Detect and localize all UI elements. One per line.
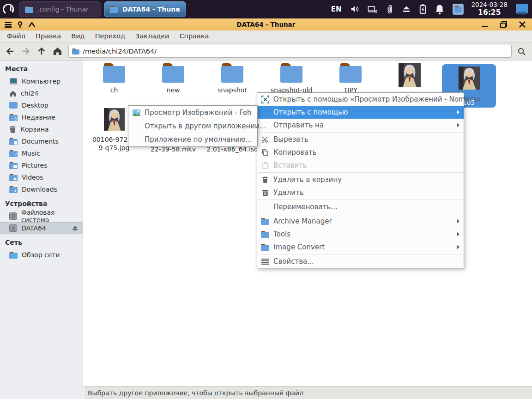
menu-item-move-to-trash[interactable]: Удалить в корзину bbox=[257, 173, 464, 186]
sidebar-item-filesystem[interactable]: Файловая система bbox=[0, 210, 83, 222]
music-folder-icon: ♪ bbox=[9, 150, 18, 157]
sidebar-item-downloads[interactable]: ↓ Downloads bbox=[0, 183, 83, 195]
file-name: snapshot bbox=[218, 86, 247, 94]
taskbar-button-data64-thunar[interactable]: DATA64 - Thunar bbox=[104, 1, 186, 17]
menu-item-cut[interactable]: Вырезать bbox=[257, 133, 464, 146]
folder-item-new[interactable]: new bbox=[145, 63, 201, 94]
window-shade-icon[interactable] bbox=[28, 20, 36, 29]
sidebar-item-pictures[interactable]: Pictures bbox=[0, 159, 83, 171]
menu-item-image-convert[interactable]: Image Convert bbox=[257, 241, 464, 254]
sidebar-item-label: chi24 bbox=[21, 90, 38, 97]
menu-item-label: Копировать bbox=[273, 148, 317, 157]
clipboard-manager-icon[interactable] bbox=[386, 4, 394, 14]
sidebar-item-label: Файловая система bbox=[21, 209, 83, 224]
keyboard-layout-indicator[interactable]: EN bbox=[331, 5, 342, 13]
submenu-item-default-application[interactable]: Приложение по умолчанию... bbox=[128, 133, 257, 146]
clock[interactable]: 2024-03-28 16:25 bbox=[472, 1, 508, 17]
menu-item-label: Открыть в другом приложении... bbox=[145, 122, 266, 130]
menu-item-archive-manager[interactable]: Archive Manager bbox=[257, 215, 464, 228]
folder-item-tipy[interactable]: TIPY bbox=[323, 63, 378, 94]
menu-item-delete[interactable]: Удалить bbox=[257, 186, 464, 199]
sidebar-item-label: Компьютер bbox=[22, 78, 60, 85]
clipboard-icon bbox=[261, 161, 269, 169]
folder-item-ch[interactable]: ch bbox=[86, 63, 142, 94]
menu-item-properties[interactable]: Свойства... bbox=[257, 255, 464, 268]
maximize-button[interactable] bbox=[499, 20, 508, 29]
workspace-pager-icon[interactable] bbox=[515, 3, 528, 15]
menu-go[interactable]: Переход bbox=[90, 30, 130, 42]
notifications-bell-icon[interactable] bbox=[435, 4, 445, 15]
menu-item-label: Открыть с помощью «Просмотр Изображений … bbox=[273, 95, 481, 103]
clock-time: 16:25 bbox=[472, 9, 508, 17]
home-button[interactable] bbox=[51, 45, 64, 58]
menu-item-label: Вырезать bbox=[273, 135, 308, 144]
sidebar-item-network-browse[interactable]: Обзор сети bbox=[0, 249, 83, 261]
search-icon[interactable] bbox=[514, 45, 528, 58]
menu-item-open-with-nomacs[interactable]: Открыть с помощью «Просмотр Изображений … bbox=[257, 93, 464, 106]
close-button[interactable] bbox=[518, 20, 526, 29]
network-folder-icon bbox=[9, 252, 18, 259]
menu-item-label: Удалить bbox=[273, 188, 304, 197]
delete-trash-x-icon bbox=[261, 188, 269, 197]
menu-item-open-with[interactable]: Открыть с помощью bbox=[257, 106, 464, 119]
sidebar-item-computer[interactable]: Компьютер bbox=[0, 75, 83, 87]
menu-item-label: Переименовать... bbox=[273, 203, 337, 211]
menu-item-tools[interactable]: Tools bbox=[257, 228, 464, 241]
folder-icon bbox=[25, 6, 33, 13]
sidebar-item-music[interactable]: ♪ Music bbox=[0, 147, 83, 159]
folder-item-snapshot[interactable]: snapshot bbox=[205, 63, 260, 94]
eject-icon[interactable] bbox=[72, 225, 78, 231]
sidebar-item-videos[interactable]: ▶ Videos bbox=[0, 171, 83, 183]
distro-logo-icon[interactable] bbox=[0, 1, 18, 18]
folder-icon bbox=[261, 217, 269, 225]
videos-folder-icon: ▶ bbox=[9, 174, 18, 181]
sidebar-item-home[interactable]: chi24 bbox=[0, 87, 83, 99]
folder-icon bbox=[221, 63, 243, 83]
folder-item-snapshot-old[interactable]: snapshot-old bbox=[264, 63, 319, 94]
eject-removable-media-icon[interactable] bbox=[402, 5, 411, 13]
sidebar-item-data64[interactable]: DATA64 bbox=[0, 222, 83, 234]
network-disconnected-icon[interactable] bbox=[367, 4, 378, 14]
back-button[interactable] bbox=[4, 45, 17, 58]
menu-item-rename[interactable]: Переименовать... bbox=[257, 200, 464, 213]
system-tray: EN 2024-03-28 16:25 bbox=[331, 1, 532, 17]
trash-icon bbox=[9, 126, 16, 133]
menu-item-copy[interactable]: Копировать bbox=[257, 146, 464, 159]
minimize-button[interactable] bbox=[480, 20, 489, 29]
file-name: ch bbox=[110, 86, 118, 94]
menu-file[interactable]: Файл bbox=[2, 30, 30, 42]
forward-button[interactable] bbox=[19, 45, 32, 58]
submenu-item-open-other-app[interactable]: Открыть в другом приложении... bbox=[128, 119, 257, 133]
sidebar-item-documents[interactable]: Documents bbox=[0, 135, 83, 147]
sidebar-item-label: Корзина bbox=[20, 126, 49, 133]
image-thumbnail bbox=[104, 107, 125, 132]
trash-icon bbox=[261, 175, 269, 184]
sidebar-item-desktop[interactable]: Desktop bbox=[0, 99, 83, 111]
sidebar: Места Компьютер chi24 Desktop ◷ Недавние… bbox=[0, 60, 83, 399]
menu-edit[interactable]: Правка bbox=[30, 30, 66, 42]
taskbar-button-label: DATA64 - Thunar bbox=[122, 6, 180, 13]
battery-icon[interactable] bbox=[419, 4, 427, 14]
menu-item-send-to[interactable]: Отправить на bbox=[257, 119, 464, 132]
submenu-arrow-icon bbox=[457, 110, 459, 115]
submenu-item-feh[interactable]: Просмотр Изображений - Feh bbox=[128, 106, 257, 119]
up-button[interactable] bbox=[35, 45, 48, 58]
sidebar-item-recent[interactable]: ◷ Недавние bbox=[0, 111, 83, 123]
menu-help[interactable]: Справка bbox=[174, 30, 214, 42]
file-name-line2: 9-q75.jpg bbox=[99, 144, 130, 152]
menubar: Файл Правка Вид Переход Закладки Справка bbox=[0, 30, 532, 42]
window-stick-icon[interactable] bbox=[16, 20, 24, 29]
toolbar: /media/chi24/DATA64/ bbox=[0, 42, 532, 60]
path-input[interactable]: /media/chi24/DATA64/ bbox=[68, 45, 512, 58]
thunar-tray-icon[interactable] bbox=[453, 4, 464, 15]
volume-icon[interactable] bbox=[350, 4, 359, 14]
window-menu-icon[interactable] bbox=[4, 20, 12, 29]
menu-view[interactable]: Вид bbox=[66, 30, 90, 42]
submenu-arrow-icon bbox=[457, 232, 459, 236]
taskbar-button-config-thunar[interactable]: .config - Thunar bbox=[19, 1, 101, 17]
sidebar-item-trash[interactable]: Корзина bbox=[0, 123, 83, 135]
menu-bookmarks[interactable]: Закладки bbox=[130, 30, 174, 42]
sidebar-header-places: Места bbox=[0, 60, 83, 75]
open-with-submenu: Просмотр Изображений - Feh Открыть в дру… bbox=[128, 105, 258, 146]
properties-list-icon bbox=[261, 257, 269, 266]
